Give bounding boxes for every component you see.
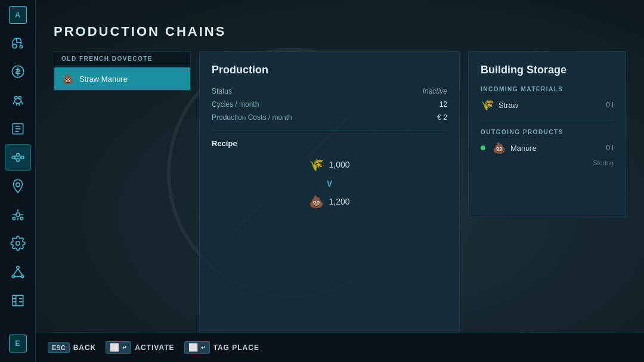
recipe-output: 💩 1,200: [309, 194, 349, 209]
tag-place-badge: ⬜ ↵: [184, 341, 210, 354]
straw-manure-icon: 💩: [61, 72, 75, 85]
sidebar-item-encyclopedia[interactable]: [5, 287, 31, 314]
svg-rect-10: [12, 156, 14, 159]
chain-list-wrapper: OLD FRENCH DOVECOTE 💩 Straw Manure: [54, 51, 191, 91]
svg-point-20: [13, 217, 15, 219]
divider-2: [481, 120, 614, 120]
sidebar-bottom-badge[interactable]: E: [9, 335, 27, 352]
straw-storage-icon: 🌾: [481, 98, 494, 112]
sidebar: A E: [0, 0, 36, 362]
sidebar-item-currency[interactable]: [5, 58, 31, 85]
tag-place-button[interactable]: ⬜ ↵ TAG PLACE: [184, 341, 259, 354]
sidebar-item-book[interactable]: [5, 116, 31, 142]
bottom-bar: ESC BACK ⬜ ↵ ACTIVATE ⬜ ↵ TAG PLACE: [36, 332, 644, 362]
costs-row: Production Costs / month € 2: [212, 113, 447, 122]
incoming-label: INCOMING MATERIALS: [481, 86, 614, 92]
divider-1: [212, 130, 447, 131]
page-title: PRODUCTION CHAINS: [54, 24, 626, 39]
storage-panel: Building Storage INCOMING MATERIALS 🌾 St…: [468, 51, 626, 218]
svg-point-18: [16, 183, 20, 187]
manure-storage-name: Manure: [510, 144, 601, 153]
recipe-title: Recipe: [212, 139, 447, 148]
sidebar-item-animals[interactable]: [5, 87, 31, 113]
storage-title: Building Storage: [481, 64, 614, 76]
chain-list-column: OLD FRENCH DOVECOTE 💩 Straw Manure: [54, 51, 191, 91]
costs-value: € 2: [437, 113, 447, 122]
manure-storage-sub: Storing: [481, 159, 614, 166]
svg-rect-12: [16, 159, 18, 161]
status-row: Status Inactive: [212, 87, 447, 95]
columns-layout: OLD FRENCH DOVECOTE 💩 Straw Manure Produ…: [54, 51, 626, 338]
activate-button[interactable]: ⬜ ↵ ACTIVATE: [106, 341, 174, 354]
svg-point-1: [20, 45, 22, 48]
recipe-input-amount: 1,000: [329, 160, 349, 169]
sidebar-item-vehicle-tools[interactable]: [5, 202, 31, 228]
storage-outgoing-manure: 💩 Manure 0 l Storing: [481, 141, 614, 166]
cycles-value: 12: [439, 100, 447, 109]
production-panel: Production Status Inactive Cycles / mont…: [199, 51, 460, 338]
recipe-input: 🌾 1,000: [309, 157, 349, 172]
sidebar-bottom: E: [9, 335, 27, 356]
sidebar-item-production[interactable]: [5, 144, 31, 171]
manure-storage-value: 0 l: [606, 144, 614, 152]
svg-point-23: [16, 266, 18, 268]
esc-badge: ESC: [48, 342, 70, 353]
main-content: PRODUCTION CHAINS OLD FRENCH DOVECOTE 💩 …: [36, 0, 644, 362]
activate-label: ACTIVATE: [135, 344, 174, 352]
recipe-arrow: ∨: [326, 177, 333, 190]
straw-storage-name: Straw: [499, 101, 601, 110]
activate-badge: ⬜ ↵: [106, 341, 131, 354]
recipe-input-icon: 🌾: [309, 157, 324, 172]
chain-item-straw-manure[interactable]: 💩 Straw Manure: [54, 67, 190, 90]
recipe-area: 🌾 1,000 ∨ 💩 1,200: [212, 157, 447, 209]
back-label: BACK: [73, 344, 97, 352]
svg-line-26: [13, 269, 18, 276]
recipe-output-icon: 💩: [309, 194, 324, 209]
storage-incoming-straw: 🌾 Straw 0 l: [481, 98, 614, 112]
outgoing-label: OUTGOING PRODUCTS: [481, 129, 614, 135]
status-value: Inactive: [423, 87, 447, 95]
costs-label: Production Costs / month: [212, 113, 292, 122]
manure-storage-icon: 💩: [493, 141, 506, 154]
cycles-label: Cycles / month: [212, 100, 259, 109]
sidebar-item-tractor[interactable]: [5, 30, 31, 56]
status-label: Status: [212, 87, 232, 95]
straw-storage-value: 0 l: [606, 101, 614, 109]
sidebar-item-map[interactable]: [5, 173, 31, 199]
manure-status-dot: [481, 146, 485, 150]
tag-place-label: TAG PLACE: [213, 344, 259, 352]
svg-point-21: [20, 217, 23, 219]
svg-rect-13: [21, 156, 23, 159]
cycles-row: Cycles / month 12: [212, 100, 447, 109]
manure-storage-item: 💩 Manure 0 l: [481, 141, 614, 154]
svg-point-5: [18, 97, 21, 99]
svg-line-27: [18, 269, 23, 276]
sidebar-item-settings[interactable]: [5, 230, 31, 256]
production-title: Production: [212, 64, 447, 76]
svg-point-4: [14, 97, 17, 99]
svg-point-22: [16, 242, 20, 246]
outgoing-section: OUTGOING PRODUCTS 💩 Manure 0 l Storing: [481, 129, 614, 166]
sidebar-top-badge[interactable]: A: [9, 6, 27, 24]
recipe-output-amount: 1,200: [329, 197, 349, 206]
chain-item-label: Straw Manure: [79, 75, 128, 83]
sidebar-item-network[interactable]: [5, 259, 31, 285]
back-button[interactable]: ESC BACK: [48, 342, 96, 353]
chain-building-label: OLD FRENCH DOVECOTE: [54, 52, 190, 66]
svg-point-0: [13, 44, 16, 48]
svg-rect-11: [16, 154, 18, 156]
svg-point-19: [16, 213, 20, 217]
